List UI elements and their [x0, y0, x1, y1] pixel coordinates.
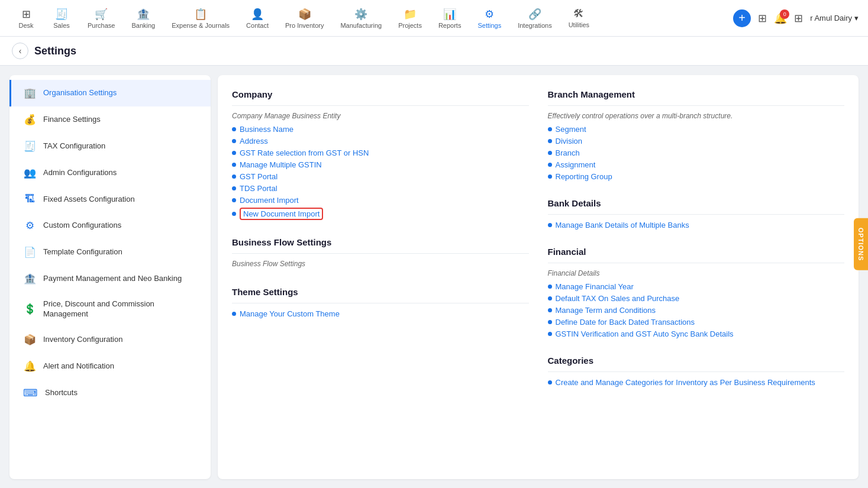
link-item-manage-financial-year[interactable]: Manage Financial Year	[548, 282, 845, 291]
section-company: CompanyCompany Manage Business EntityBus…	[232, 89, 529, 223]
sidebar-item-shortcuts[interactable]: ⌨ Shortcuts	[9, 380, 211, 406]
link-text-new-document-import[interactable]: New Document Import	[240, 208, 323, 220]
link-item-create-manage-categories[interactable]: Create and Manage Categories for Invento…	[548, 378, 845, 387]
sidebar-item-tax-configuration[interactable]: 🧾 TAX Configuration	[9, 133, 211, 160]
nav-label-integrations: Integrations	[518, 22, 551, 29]
sidebar-item-inventory-configuration[interactable]: 📦 Inventory Configuration	[9, 327, 211, 353]
link-item-reporting-group[interactable]: Reporting Group	[548, 172, 845, 181]
link-item-gst-portal[interactable]: GST Portal	[232, 172, 529, 181]
link-text-manage-term-conditions[interactable]: Manage Term and Conditions	[556, 306, 656, 315]
link-item-tds-portal[interactable]: TDS Portal	[232, 184, 529, 193]
sidebar-item-payment-management[interactable]: 🏦 Payment Management and Neo Banking	[9, 266, 211, 292]
nav-label-reports: Reports	[438, 22, 462, 29]
sidebar-item-alert-notification[interactable]: 🔔 Alert and Notification	[9, 353, 211, 380]
sidebar-label-fixed-assets-configuration: Fixed Assets Configuration	[43, 195, 135, 205]
link-text-manage-custom-theme[interactable]: Manage Your Custom Theme	[240, 309, 340, 318]
nav-item-expense-journals[interactable]: 📋 Expense & Journals	[164, 3, 237, 34]
sidebar-item-price-discount[interactable]: 💲 Price, Discount and Commission Managem…	[9, 292, 211, 327]
sidebar-icon-shortcuts: ⌨	[23, 387, 38, 399]
nav-item-reports[interactable]: 📊 Reports	[431, 3, 469, 34]
link-dot-segment	[548, 127, 552, 131]
sidebar-item-organisation-settings[interactable]: 🏢 Organisation Settings	[9, 80, 211, 106]
link-text-define-date-back-dated[interactable]: Define Date for Back Dated Transactions	[556, 318, 695, 327]
link-item-division[interactable]: Division	[548, 137, 845, 146]
sidebar-label-price-discount: Price, Discount and Commission Managemen…	[43, 299, 199, 319]
link-item-segment[interactable]: Segment	[548, 125, 845, 134]
nav-item-desk[interactable]: ⊞ Desk	[9, 3, 43, 34]
section-branch-management: Branch ManagementEffectively control ope…	[548, 89, 845, 184]
link-item-assignment[interactable]: Assignment	[548, 160, 845, 169]
sidebar-item-finance-settings[interactable]: 💰 Finance Settings	[9, 106, 211, 133]
sidebar-item-admin-configurations[interactable]: 👥 Admin Configurations	[9, 160, 211, 186]
user-menu-button[interactable]: r Amul Dairy ▾	[810, 14, 859, 22]
link-text-gst-rate-selection[interactable]: GST Rate selection from GST or HSN	[240, 148, 369, 157]
sidebar-icon-custom-configurations: ⚙	[23, 219, 36, 232]
notification-button[interactable]: 🔔 0	[774, 12, 787, 25]
link-text-reporting-group[interactable]: Reporting Group	[556, 172, 612, 181]
link-item-document-import[interactable]: Document Import	[232, 196, 529, 205]
section-business-flow-settings: Business Flow SettingsBusiness Flow Sett…	[232, 237, 529, 273]
page-title: Settings	[34, 45, 76, 57]
grid-button[interactable]: ⊞	[794, 12, 803, 25]
link-item-branch[interactable]: Branch	[548, 148, 845, 157]
nav-label-pro-inventory: Pro Inventory	[285, 22, 324, 29]
sidebar-item-custom-configurations[interactable]: ⚙ Custom Configurations	[9, 212, 211, 239]
nav-item-pro-inventory[interactable]: 📦 Pro Inventory	[278, 3, 331, 34]
add-button[interactable]: +	[733, 9, 751, 27]
link-item-manage-custom-theme[interactable]: Manage Your Custom Theme	[232, 309, 529, 318]
link-text-create-manage-categories[interactable]: Create and Manage Categories for Invento…	[556, 378, 815, 387]
sidebar-label-alert-notification: Alert and Notification	[43, 361, 114, 371]
nav-item-settings[interactable]: ⚙ Settings	[470, 3, 508, 34]
link-text-tds-portal[interactable]: TDS Portal	[240, 184, 277, 193]
link-text-segment[interactable]: Segment	[556, 125, 586, 134]
nav-item-contact[interactable]: 👤 Contact	[239, 3, 276, 34]
nav-icon-purchase: 🛒	[95, 8, 108, 21]
link-item-define-date-back-dated[interactable]: Define Date for Back Dated Transactions	[548, 318, 845, 327]
nav-item-manufacturing[interactable]: ⚙️ Manufacturing	[333, 3, 389, 34]
link-text-manage-multiple-gstin[interactable]: Manage Multiple GSTIN	[240, 160, 322, 169]
nav-icon-reports: 📊	[443, 8, 456, 21]
section-bank-details: Bank DetailsManage Bank Details of Multi…	[548, 198, 845, 232]
nav-item-projects[interactable]: 📁 Projects	[391, 3, 429, 34]
link-item-business-name[interactable]: Business Name	[232, 125, 529, 134]
options-tab[interactable]: OPTIONS	[854, 218, 868, 270]
link-dot-document-import	[232, 198, 236, 202]
content-right-column: Branch ManagementEffectively control ope…	[548, 89, 845, 390]
link-text-gst-portal[interactable]: GST Portal	[240, 172, 277, 181]
section-title-theme-settings: Theme Settings	[232, 287, 529, 299]
section-divider-theme-settings	[232, 303, 529, 303]
link-text-branch[interactable]: Branch	[556, 148, 580, 157]
nav-item-integrations[interactable]: 🔗 Integrations	[511, 3, 559, 34]
layout-button[interactable]: ⊞	[758, 12, 767, 25]
link-item-manage-multiple-gstin[interactable]: Manage Multiple GSTIN	[232, 160, 529, 169]
link-dot-gst-rate-selection	[232, 151, 236, 155]
sidebar-item-template-configuration[interactable]: 📄 Template Configuration	[9, 239, 211, 266]
link-text-division[interactable]: Division	[556, 137, 583, 146]
link-text-business-name[interactable]: Business Name	[240, 125, 293, 134]
link-item-manage-bank-details[interactable]: Manage Bank Details of Multiple Banks	[548, 221, 845, 230]
link-item-gstin-verification[interactable]: GSTIN Verification and GST Auto Sync Ban…	[548, 329, 845, 338]
link-text-default-tax[interactable]: Default TAX On Sales and Purchase	[556, 294, 680, 303]
back-button[interactable]: ‹	[12, 43, 28, 59]
link-text-assignment[interactable]: Assignment	[556, 160, 596, 169]
link-text-manage-financial-year[interactable]: Manage Financial Year	[556, 282, 634, 291]
nav-item-sales[interactable]: 🧾 Sales	[45, 3, 78, 34]
nav-item-purchase[interactable]: 🛒 Purchase	[80, 3, 122, 34]
sidebar-item-fixed-assets-configuration[interactable]: 🏗 Fixed Assets Configuration	[9, 186, 211, 212]
link-text-address[interactable]: Address	[240, 137, 268, 146]
link-text-manage-bank-details[interactable]: Manage Bank Details of Multiple Banks	[556, 221, 689, 230]
nav-label-desk: Desk	[18, 22, 33, 29]
link-item-gst-rate-selection[interactable]: GST Rate selection from GST or HSN	[232, 148, 529, 157]
link-dot-address	[232, 139, 236, 143]
link-item-new-document-import[interactable]: New Document Import	[232, 208, 529, 220]
link-text-document-import[interactable]: Document Import	[240, 196, 299, 205]
sidebar-icon-fixed-assets-configuration: 🏗	[23, 193, 36, 205]
nav-item-banking[interactable]: 🏦 Banking	[124, 3, 162, 34]
nav-item-utilities[interactable]: 🛠 Utilities	[562, 3, 596, 33]
section-financial: FinancialFinancial DetailsManage Financi…	[548, 247, 845, 341]
link-item-manage-term-conditions[interactable]: Manage Term and Conditions	[548, 306, 845, 315]
link-item-address[interactable]: Address	[232, 137, 529, 146]
link-text-gstin-verification[interactable]: GSTIN Verification and GST Auto Sync Ban…	[556, 329, 734, 338]
link-item-default-tax[interactable]: Default TAX On Sales and Purchase	[548, 294, 845, 303]
nav-icon-desk: ⊞	[22, 8, 31, 21]
